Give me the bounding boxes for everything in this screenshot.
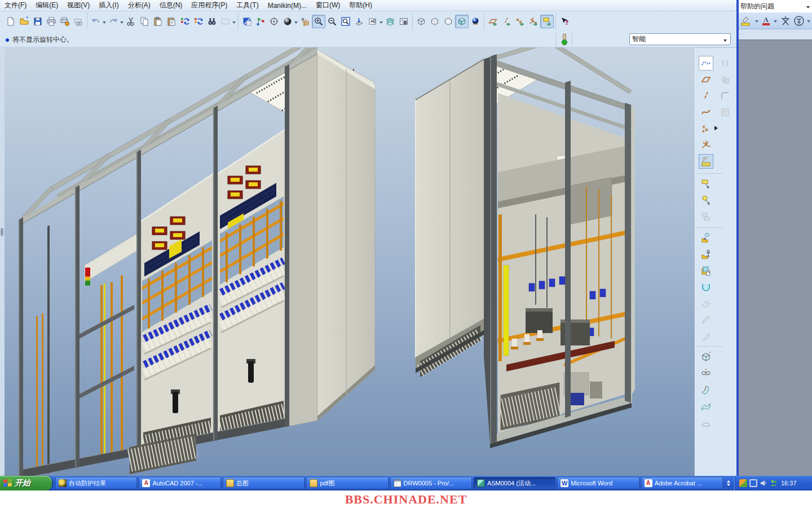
create-component-icon[interactable] — [699, 264, 713, 278]
mirror-tool-icon[interactable] — [718, 56, 732, 71]
new-icon[interactable] — [4, 15, 17, 28]
add-component-icon[interactable] — [699, 231, 713, 246]
highlight-icon[interactable] — [740, 15, 753, 27]
no-hidden-icon[interactable] — [442, 15, 455, 28]
cabinet-bay1-panel[interactable] — [141, 174, 213, 455]
add-manikin-icon[interactable] — [699, 247, 713, 262]
corner-tool-icon[interactable] — [718, 89, 732, 103]
datum-axis-icon[interactable] — [699, 89, 713, 103]
door-handle[interactable] — [248, 361, 254, 383]
flyout-arrow-icon[interactable] — [714, 126, 720, 130]
save-icon[interactable] — [31, 15, 45, 28]
print-setup-icon[interactable] — [58, 15, 72, 28]
boundary-blend-icon[interactable] — [699, 398, 713, 413]
highlight-dropdown-icon[interactable] — [755, 20, 758, 24]
select-box-icon[interactable] — [219, 15, 232, 28]
volume-icon[interactable] — [760, 479, 767, 487]
menu-insert[interactable]: 插入(I) — [94, 0, 123, 11]
security-icon[interactable] — [739, 479, 747, 487]
wireframe-icon[interactable] — [414, 15, 428, 28]
named-views-dropdown-icon[interactable] — [379, 21, 383, 25]
sweep-tool-icon[interactable] — [699, 382, 713, 397]
help-dropdown-icon[interactable] — [806, 6, 810, 10]
point-display-icon[interactable] — [513, 15, 527, 28]
start-button[interactable]: 开始 — [0, 476, 52, 491]
selection-filter-combobox[interactable]: 智能 — [629, 33, 731, 45]
task-drw0005[interactable]: DRW0005 - Pro/... — [390, 477, 472, 489]
print-icon[interactable] — [45, 15, 58, 28]
select-box-dropdown-icon[interactable] — [232, 21, 236, 25]
datum-point-icon[interactable] — [699, 121, 713, 136]
zi-circle-icon[interactable] — [793, 15, 805, 27]
task-autoprotect[interactable]: 自动防护结果 — [55, 477, 137, 489]
layers-icon[interactable] — [383, 15, 397, 28]
slot-tool-icon[interactable] — [699, 280, 713, 295]
redo-dropdown-icon[interactable] — [120, 21, 123, 25]
word-help-box[interactable]: 帮助的问题 — [739, 0, 812, 12]
regenerate-icon[interactable] — [178, 15, 192, 28]
render-style-dropdown-icon[interactable] — [294, 21, 298, 25]
view-orient-icon[interactable] — [352, 15, 366, 28]
render-style-icon[interactable] — [281, 15, 294, 28]
task-asm0004[interactable]: ASM0004 (活动... — [474, 477, 555, 489]
menu-applications[interactable]: 应用程序(P) — [187, 0, 232, 11]
menu-file[interactable]: 文件(F) — [0, 0, 31, 11]
menu-tools[interactable]: 工具(T) — [232, 0, 263, 11]
cabinet-rear-door[interactable] — [416, 59, 484, 377]
display-icon[interactable] — [749, 479, 757, 487]
datum-csys-icon[interactable] — [699, 138, 713, 152]
font-color-dropdown-icon[interactable] — [774, 20, 777, 24]
cut-icon[interactable] — [124, 15, 138, 28]
dimension-icon[interactable] — [699, 177, 713, 191]
undo-dropdown-icon[interactable] — [103, 21, 106, 25]
task-autocad[interactable]: A AutoCAD 2007 -... — [139, 477, 220, 489]
find-icon[interactable] — [205, 15, 219, 28]
datum-curve-icon[interactable] — [699, 105, 713, 120]
orient-icon[interactable] — [254, 15, 267, 28]
radius-dimension-icon[interactable] — [699, 193, 713, 208]
annotation-display-icon[interactable] — [540, 15, 554, 28]
round-tool-icon[interactable] — [699, 313, 713, 327]
axis-display-icon[interactable] — [500, 15, 513, 28]
style-tool-icon[interactable] — [699, 56, 713, 71]
task-folder-zongtu[interactable]: 总图 — [223, 477, 304, 489]
paste-icon[interactable] — [151, 15, 165, 28]
merge-tool-icon[interactable] — [718, 72, 732, 87]
wen-character-icon[interactable] — [780, 15, 791, 27]
task-folder-pdftu[interactable]: pdf图 — [306, 477, 388, 489]
saved-orientations-icon[interactable] — [469, 15, 482, 28]
stoplight-icon[interactable] — [561, 33, 568, 46]
context-help-icon[interactable]: ? — [558, 15, 571, 28]
arc-tool-icon[interactable] — [699, 415, 713, 430]
clock[interactable]: 16:37 — [781, 480, 797, 487]
toolbar-overflow-icon[interactable] — [807, 20, 810, 24]
taskbar-scroll-icon[interactable] — [724, 477, 733, 489]
repaint-icon[interactable] — [240, 15, 254, 28]
door-handle[interactable] — [173, 392, 178, 413]
menu-manikin[interactable]: Manikin(M)... — [263, 1, 311, 11]
messenger-icon[interactable] — [770, 479, 778, 487]
task-acrobat[interactable]: A Adobe Acrobat ... — [641, 477, 723, 489]
regenerate-manual-icon[interactable] — [192, 15, 205, 28]
blend-tool-icon[interactable] — [699, 296, 713, 311]
extrude-tool-icon[interactable] — [699, 349, 713, 364]
paste-special-icon[interactable] — [165, 15, 178, 28]
undo-icon[interactable] — [89, 15, 103, 28]
cabinet-bay2-panel[interactable] — [218, 130, 285, 437]
send-link-icon[interactable] — [72, 15, 85, 28]
pattern-tool-icon[interactable] — [718, 105, 732, 120]
hidden-line-icon[interactable] — [428, 15, 442, 28]
task-word[interactable]: W Microsoft Word — [557, 477, 639, 489]
csys-display-icon[interactable] — [527, 15, 540, 28]
menu-edit[interactable]: 编辑(E) — [31, 0, 63, 11]
datum-plane-icon[interactable] — [699, 72, 713, 87]
font-color-icon[interactable]: A — [761, 15, 771, 27]
menu-window[interactable]: 窗口(W) — [311, 0, 345, 11]
menu-info[interactable]: 信息(N) — [155, 0, 187, 11]
spin-center-icon[interactable] — [267, 15, 281, 28]
annotation-feature-icon[interactable] — [699, 154, 713, 169]
zoom-in-icon[interactable] — [312, 15, 325, 28]
zoom-window-icon[interactable] — [339, 15, 352, 28]
shaded-icon[interactable] — [455, 15, 469, 28]
menu-help[interactable]: 帮助(H) — [345, 0, 377, 11]
